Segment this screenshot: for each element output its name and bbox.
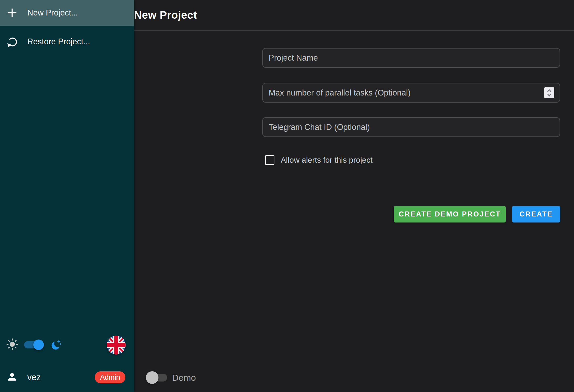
sidebar-item-restore-project[interactable]: Restore Project...	[0, 26, 134, 58]
moon-icon	[50, 339, 62, 351]
sidebar-item-label: New Project...	[27, 8, 78, 18]
page-header: New Project	[134, 0, 574, 31]
dark-mode-switch[interactable]	[24, 340, 44, 350]
demo-switch[interactable]	[146, 371, 167, 384]
sun-icon	[6, 338, 18, 351]
max-parallel-tasks-input[interactable]	[262, 83, 560, 103]
demo-switch-label: Demo	[172, 373, 196, 383]
admin-badge-label: Admin	[100, 373, 120, 382]
create-button[interactable]: CREATE	[512, 206, 560, 223]
allow-alerts-checkbox[interactable]	[265, 155, 274, 165]
switch-thumb	[146, 371, 158, 384]
telegram-chat-id-input[interactable]	[262, 117, 560, 137]
allow-alerts-label: Allow alerts for this project	[281, 156, 373, 165]
theme-toggle-row	[6, 339, 62, 351]
sidebar-item-label: Restore Project...	[27, 37, 90, 46]
admin-badge: Admin	[95, 371, 125, 383]
plus-icon	[6, 7, 18, 19]
uk-flag[interactable]	[107, 336, 126, 354]
sidebar-item-new-project[interactable]: New Project...	[0, 0, 134, 26]
person-icon	[6, 371, 18, 384]
create-demo-project-button[interactable]: CREATE DEMO PROJECT	[394, 206, 506, 223]
project-name-field-wrap	[262, 48, 560, 68]
demo-toggle-row: Demo	[146, 371, 196, 384]
restore-icon	[6, 36, 18, 47]
sidebar: New Project... Restore Project...	[0, 0, 134, 392]
user-row: vez	[6, 371, 41, 383]
switch-thumb	[33, 340, 44, 350]
page-title: New Project	[134, 9, 197, 21]
number-stepper-icon[interactable]	[544, 87, 554, 98]
max-parallel-tasks-field-wrap	[262, 83, 560, 103]
project-name-input[interactable]	[262, 48, 560, 68]
telegram-chat-id-field-wrap	[262, 117, 560, 137]
allow-alerts-row: Allow alerts for this project	[265, 155, 373, 165]
username: vez	[27, 372, 41, 382]
app-root: New Project... Restore Project...	[0, 0, 574, 392]
